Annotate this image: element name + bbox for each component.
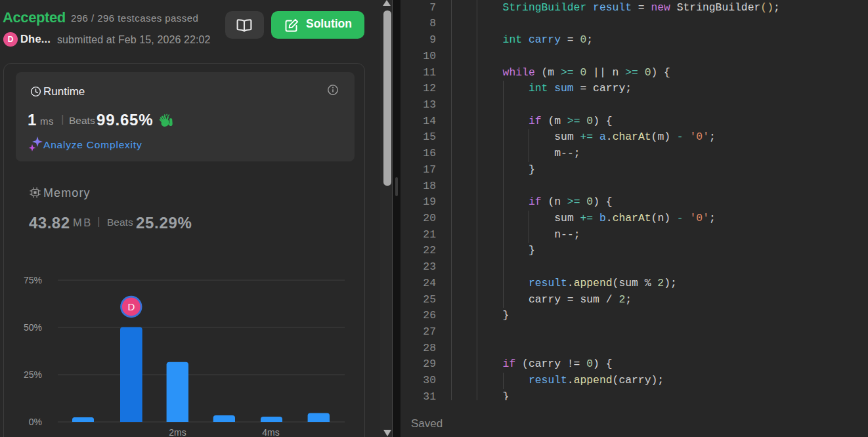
svg-text:4ms: 4ms <box>262 427 279 437</box>
svg-text:25%: 25% <box>24 369 42 380</box>
svg-text:2ms: 2ms <box>169 427 186 437</box>
svg-text:D: D <box>127 301 135 312</box>
svg-text:75%: 75% <box>24 275 42 285</box>
svg-text:0%: 0% <box>29 417 42 427</box>
svg-text:50%: 50% <box>24 322 42 333</box>
